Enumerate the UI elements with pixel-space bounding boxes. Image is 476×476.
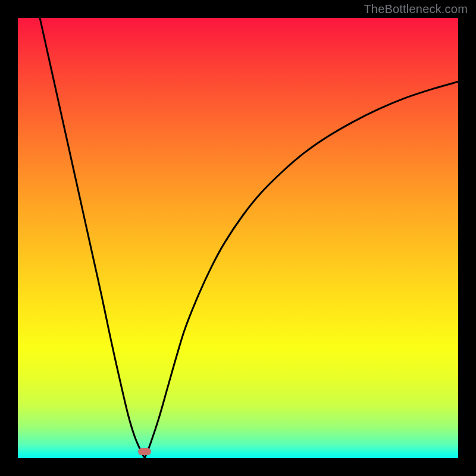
optimal-point-marker [138, 448, 151, 455]
watermark-text: TheBottleneck.com [364, 2, 468, 16]
bottleneck-curve [18, 18, 458, 458]
chart-frame: TheBottleneck.com [0, 0, 476, 476]
chart-plot-area [18, 18, 458, 458]
